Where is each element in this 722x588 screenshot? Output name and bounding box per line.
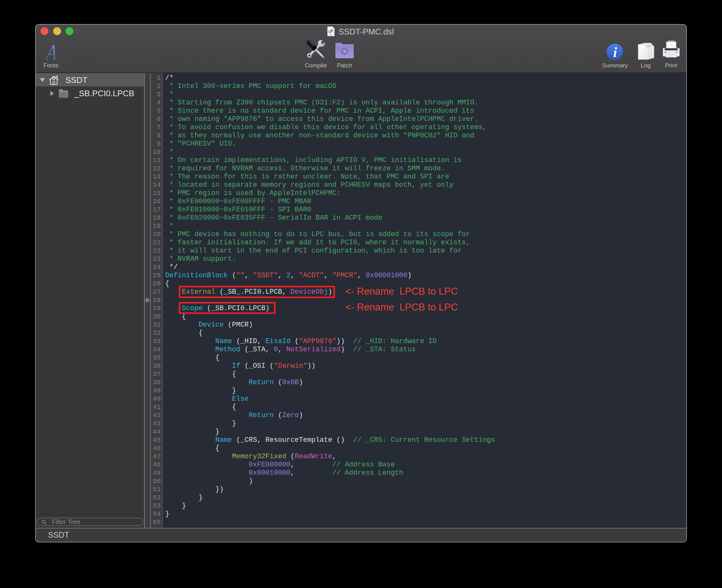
svg-text:A: A (46, 44, 57, 61)
svg-text:i: i (613, 45, 617, 60)
